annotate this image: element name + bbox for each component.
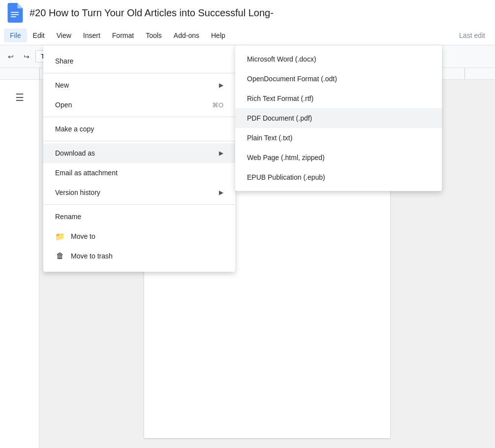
svg-rect-0 [11, 12, 19, 13]
menu-last-edit: Last edit [453, 29, 491, 42]
open-shortcut: ⌘O [212, 101, 223, 109]
download-odt[interactable]: OpenDocument Format (.odt) [235, 69, 442, 89]
left-sidebar: ☰ [0, 80, 39, 448]
download-as-item[interactable]: Download as ▶ [43, 143, 235, 163]
download-rtf[interactable]: Rich Text Format (.rtf) [235, 89, 442, 108]
new-open-section: New ▶ Open ⌘O [43, 73, 235, 117]
email-attachment-item[interactable]: Email as attachment [43, 163, 235, 183]
version-history-item[interactable]: Version history ▶ [43, 183, 235, 202]
redo-button[interactable]: ↪ [20, 51, 33, 63]
menu-file[interactable]: File [4, 29, 27, 42]
menu-view[interactable]: View [51, 29, 77, 42]
download-html[interactable]: Web Page (.html, zipped) [235, 148, 442, 167]
doc-icon [6, 3, 24, 23]
doc-title: #20 How to Turn Your Old Articles into S… [30, 7, 274, 19]
menu-insert[interactable]: Insert [77, 29, 106, 42]
download-section: Download as ▶ Email as attachment Versio… [43, 141, 235, 204]
move-to-trash-item[interactable]: 🗑 Move to trash [43, 246, 235, 266]
menu-addons[interactable]: Add-ons [168, 29, 205, 42]
share-section: Share [43, 49, 235, 73]
menu-edit[interactable]: Edit [27, 29, 51, 42]
new-arrow: ▶ [219, 82, 223, 89]
share-item[interactable]: Share [43, 51, 235, 71]
svg-rect-2 [11, 16, 16, 17]
title-bar: #20 How to Turn Your Old Articles into S… [0, 0, 495, 26]
trash-icon: 🗑 [55, 252, 65, 260]
file-menu-dropdown: Share New ▶ Open ⌘O Make a copy Download… [43, 45, 235, 272]
rename-section: Rename 📁 Move to 🗑 Move to trash [43, 204, 235, 268]
make-copy-item[interactable]: Make a copy [43, 119, 235, 139]
menu-format[interactable]: Format [106, 29, 140, 42]
menu-bar: File Edit View Insert Format Tools Add-o… [0, 26, 495, 45]
download-arrow: ▶ [219, 150, 223, 157]
move-to-item[interactable]: 📁 Move to [43, 226, 235, 246]
download-submenu: Microsoft Word (.docx) OpenDocument Form… [235, 45, 442, 191]
folder-icon: 📁 [55, 232, 65, 241]
outline-icon[interactable]: ☰ [10, 88, 30, 107]
menu-tools[interactable]: Tools [140, 29, 168, 42]
download-docx[interactable]: Microsoft Word (.docx) [235, 49, 442, 69]
copy-section: Make a copy [43, 117, 235, 141]
version-arrow: ▶ [219, 189, 223, 196]
rename-item[interactable]: Rename [43, 207, 235, 226]
download-epub[interactable]: EPUB Publication (.epub) [235, 167, 442, 187]
undo-button[interactable]: ↩ [4, 51, 18, 63]
download-txt[interactable]: Plain Text (.txt) [235, 128, 442, 148]
menu-help[interactable]: Help [205, 29, 231, 42]
download-pdf[interactable]: PDF Document (.pdf) [235, 108, 442, 128]
open-item[interactable]: Open ⌘O [43, 95, 235, 115]
new-item[interactable]: New ▶ [43, 75, 235, 95]
svg-rect-1 [11, 14, 19, 15]
